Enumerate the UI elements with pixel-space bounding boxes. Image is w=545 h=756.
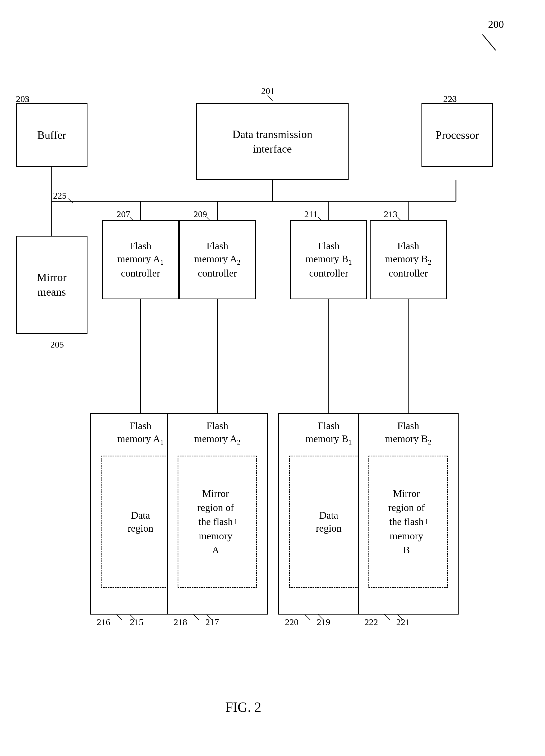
ref-201: 201 — [261, 86, 275, 96]
svg-line-27 — [193, 615, 199, 620]
mirror-region-a2-label: Mirrorregion ofthe flashmemoryA1 — [177, 456, 257, 588]
ref-220: 220 — [285, 617, 299, 627]
fm-b2-label: Flashmemory B2 — [359, 419, 458, 447]
ref-216: 216 — [97, 617, 110, 627]
ref-205: 205 — [50, 340, 64, 350]
fmc-b2-box: Flashmemory B2controller — [370, 220, 447, 299]
processor-box: Processor — [422, 103, 493, 167]
fig-label: FIG. 2 — [225, 699, 261, 715]
buffer-label: Buffer — [37, 128, 66, 143]
ref-225: 225 — [53, 191, 66, 201]
fmc-b1-box: Flashmemory B1controller — [290, 220, 367, 299]
processor-label: Processor — [436, 128, 479, 143]
fmc-a2-label: Flashmemory A2controller — [194, 239, 241, 280]
mirror-region-b2-label: Mirrorregion ofthe flashmemoryB1 — [369, 456, 448, 588]
svg-line-25 — [117, 615, 122, 620]
dti-label: Data transmissioninterface — [232, 127, 312, 156]
ref-207: 207 — [117, 209, 130, 219]
ref-223: 223 — [443, 94, 457, 104]
fmc-b2-label: Flashmemory B2controller — [385, 239, 432, 280]
ref-222: 222 — [365, 617, 378, 627]
ref-221: 221 — [396, 617, 410, 627]
ref-218: 218 — [174, 617, 187, 627]
ref-209: 209 — [193, 209, 207, 219]
ref-211: 211 — [304, 209, 318, 219]
ref-217: 217 — [205, 617, 219, 627]
svg-line-0 — [482, 34, 496, 50]
dti-box: Data transmissioninterface — [196, 103, 349, 180]
ref-213: 213 — [384, 209, 397, 219]
fmc-a1-label: Flashmemory A1controller — [117, 239, 164, 280]
fmc-a1-box: Flashmemory A1controller — [102, 220, 179, 299]
svg-line-32 — [268, 95, 272, 101]
ref-219: 219 — [317, 617, 330, 627]
data-region-b1-label: Dataregion — [289, 456, 369, 588]
svg-line-29 — [305, 615, 310, 620]
svg-line-31 — [384, 615, 390, 620]
buffer-box: Buffer — [16, 103, 87, 167]
ref-203: 203 — [16, 94, 29, 104]
svg-line-36 — [68, 199, 73, 203]
fmc-a2-box: Flashmemory A2controller — [179, 220, 256, 299]
fm-a2-label: Flashmemory A2 — [168, 419, 267, 447]
ref-215: 215 — [130, 617, 143, 627]
mirror-means-label: Mirrormeans — [37, 270, 66, 299]
fmc-b1-label: Flashmemory B1controller — [306, 239, 352, 280]
ref-200: 200 — [488, 18, 504, 30]
mirror-means-box: Mirrormeans — [16, 236, 87, 334]
